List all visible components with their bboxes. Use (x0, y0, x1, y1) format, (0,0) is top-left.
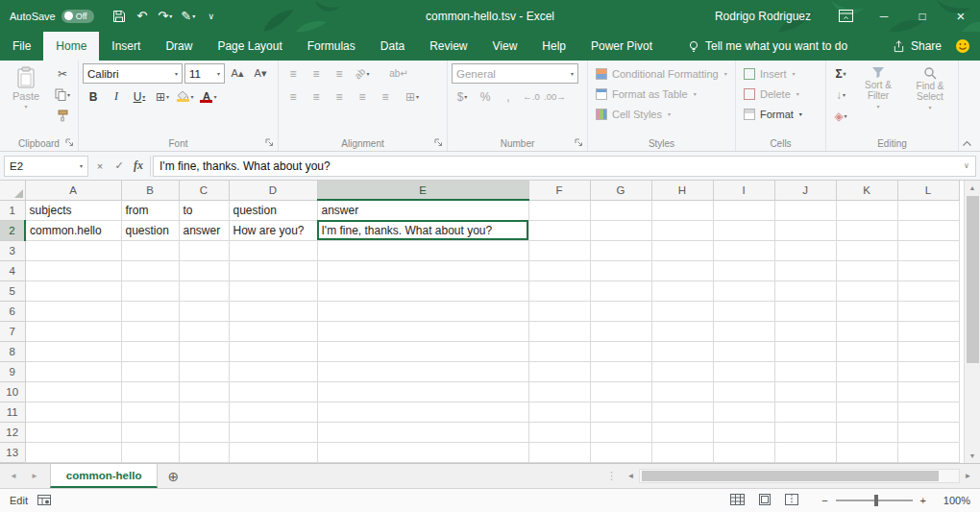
fill-button[interactable]: ↓ ▾ (830, 85, 851, 105)
scroll-up-icon[interactable]: ▲ (969, 181, 976, 195)
insert-function-button[interactable]: fx (129, 157, 148, 176)
cell-F8[interactable] (528, 341, 590, 361)
cell-G7[interactable] (590, 321, 651, 341)
cell-I10[interactable] (713, 381, 774, 402)
cell-C3[interactable] (179, 240, 229, 260)
align-center-button[interactable]: ≡ (306, 86, 327, 107)
italic-button[interactable]: I (106, 86, 127, 107)
cell-K6[interactable] (836, 301, 897, 321)
previous-sheet-icon[interactable]: ◄ (10, 472, 17, 480)
horizontal-scroll-track[interactable] (639, 469, 960, 483)
formula-input[interactable]: I'm fine, thanks. What about you? ∨ (153, 156, 976, 177)
top-align-button[interactable]: ≡ (282, 63, 304, 84)
delete-cells-button[interactable]: Delete ▾ (740, 84, 823, 104)
horizontal-scroll-thumb[interactable] (642, 471, 939, 481)
cell-A13[interactable] (25, 442, 121, 462)
formula-bar-expand-button[interactable]: ∨ (958, 161, 975, 170)
percent-style-button[interactable]: % (475, 86, 496, 107)
column-header-C[interactable]: C (179, 181, 229, 200)
cell-C4[interactable] (179, 260, 229, 280)
borders-button[interactable]: ⊞ ▾ (152, 86, 173, 107)
zoom-out-button[interactable]: − (821, 495, 827, 506)
conditional-formatting-button[interactable]: Conditional Formatting ▾ (592, 63, 733, 84)
cell-E3[interactable] (317, 240, 528, 260)
zoom-in-button[interactable]: + (920, 495, 926, 506)
cell-H10[interactable] (651, 381, 713, 402)
scroll-right-icon[interactable]: ► (960, 472, 976, 480)
tab-help[interactable]: Help (529, 32, 578, 61)
cell-F12[interactable] (528, 422, 590, 442)
cell-F7[interactable] (528, 321, 590, 341)
row-header-13[interactable]: 13 (0, 442, 25, 462)
scroll-left-icon[interactable]: ◄ (623, 472, 639, 480)
cell-D4[interactable] (229, 260, 317, 280)
cell-styles-button[interactable]: Cell Styles ▾ (592, 104, 733, 124)
cell-E2[interactable]: I'm fine, thanks. What about you? (317, 220, 528, 240)
cell-L2[interactable] (897, 220, 959, 240)
cell-J6[interactable] (774, 301, 836, 321)
autosave-toggle[interactable]: AutoSave Off (10, 10, 94, 23)
scroll-down-icon[interactable]: ▼ (969, 449, 976, 463)
column-header-J[interactable]: J (774, 181, 836, 200)
merge-center-button[interactable]: ⊞ ▾ (402, 86, 423, 107)
comma-style-button[interactable]: , (498, 86, 519, 107)
tab-insert[interactable]: Insert (99, 32, 153, 61)
font-color-button[interactable]: A ▾ (198, 86, 219, 107)
align-left-button[interactable]: ≡ (282, 86, 304, 107)
cell-K4[interactable] (836, 260, 897, 280)
cell-H6[interactable] (651, 301, 713, 321)
cell-L8[interactable] (897, 341, 959, 361)
vertical-scroll-thumb[interactable] (967, 196, 979, 363)
row-header-7[interactable]: 7 (0, 321, 25, 341)
user-name[interactable]: Rodrigo Rodriguez (715, 10, 811, 23)
decrease-indent-button[interactable]: ≡ (352, 86, 373, 107)
autosum-button[interactable]: Σ ▾ (830, 63, 851, 84)
cell-H3[interactable] (651, 240, 713, 260)
cell-E9[interactable] (317, 361, 528, 381)
cell-J13[interactable] (774, 442, 836, 462)
middle-align-button[interactable]: ≡ (306, 63, 327, 84)
cell-F2[interactable] (528, 220, 590, 240)
cell-C10[interactable] (179, 381, 229, 402)
underline-button[interactable]: U ▾ (129, 86, 150, 107)
cell-A10[interactable] (25, 381, 121, 402)
cell-D6[interactable] (229, 301, 317, 321)
cell-H4[interactable] (651, 260, 713, 280)
cell-J8[interactable] (774, 341, 836, 361)
cell-J7[interactable] (774, 321, 836, 341)
cell-E12[interactable] (317, 422, 528, 442)
collapse-ribbon-button[interactable] (962, 140, 972, 147)
minimize-button[interactable]: ─ (865, 0, 903, 32)
cell-C11[interactable] (179, 402, 229, 422)
row-header-11[interactable]: 11 (0, 402, 25, 422)
cell-E13[interactable] (317, 442, 528, 462)
cell-I13[interactable] (713, 442, 774, 462)
cell-L5[interactable] (897, 280, 959, 301)
enter-button[interactable]: ✓ (110, 157, 129, 176)
cell-D9[interactable] (229, 361, 317, 381)
maximize-button[interactable]: □ (903, 0, 942, 32)
cell-F9[interactable] (528, 361, 590, 381)
font-size-select[interactable]: 11 ▾ (184, 63, 225, 84)
cell-H13[interactable] (651, 442, 713, 462)
cell-A9[interactable] (25, 361, 121, 381)
cell-G8[interactable] (590, 341, 651, 361)
normal-view-button[interactable] (730, 494, 745, 507)
bold-button[interactable]: B (83, 86, 104, 107)
cell-C12[interactable] (179, 422, 229, 442)
cell-G12[interactable] (590, 422, 651, 442)
cell-J9[interactable] (774, 361, 836, 381)
new-sheet-button[interactable]: ⊕ (158, 464, 188, 488)
cell-E8[interactable] (317, 341, 528, 361)
column-header-D[interactable]: D (229, 181, 317, 200)
cell-D5[interactable] (229, 280, 317, 301)
cell-H12[interactable] (651, 422, 713, 442)
tab-home[interactable]: Home (43, 32, 99, 61)
row-header-3[interactable]: 3 (0, 240, 25, 260)
cell-I11[interactable] (713, 402, 774, 422)
tab-file[interactable]: File (0, 32, 43, 61)
sort-filter-button[interactable]: Sort & Filter ▾ (853, 63, 903, 126)
cell-C1[interactable]: to (179, 200, 229, 220)
cell-C9[interactable] (179, 361, 229, 381)
cell-A5[interactable] (25, 280, 121, 301)
